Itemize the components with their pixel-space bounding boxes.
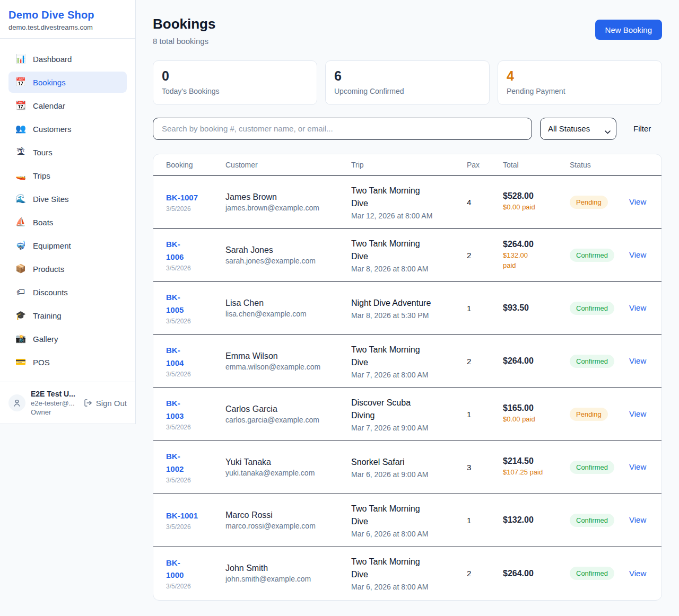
sidebar-item-boats[interactable]: ⛵Boats	[8, 212, 127, 233]
table-header-row: Booking Customer Trip Pax Total Status	[153, 154, 661, 176]
stat-label: Today's Bookings	[162, 87, 308, 95]
status-cell: Confirmed	[570, 249, 629, 262]
customer-email: yuki.tanaka@example.com	[225, 469, 351, 477]
booking-id-link[interactable]: BK- 1002	[166, 450, 184, 475]
trip-name: Two Tank Morning Dive	[351, 503, 467, 528]
pax-value: 1	[467, 410, 503, 419]
trip-cell: Two Tank Morning Dive Mar 8, 2026 at 8:0…	[351, 237, 467, 273]
sidebar-item-dive-sites[interactable]: 🌊Dive Sites	[8, 188, 127, 209]
customer-cell: Carlos Garcia carlos.garcia@example.com	[225, 404, 351, 424]
status-select-wrap: All Statuses	[540, 118, 616, 140]
total-amount: $264.00	[503, 240, 570, 249]
status-select[interactable]: All Statuses	[540, 118, 616, 140]
trip-cell: Snorkel Safari Mar 6, 2026 at 9:00 AM	[351, 456, 467, 479]
user-icon	[13, 399, 21, 407]
discounts-icon: 🏷	[15, 288, 26, 296]
sidebar-item-pos[interactable]: 💳POS	[8, 351, 127, 373]
brand: Demo Dive Shop demo.test.divestreams.com	[0, 0, 135, 39]
filter-button[interactable]: Filter	[633, 124, 651, 133]
booking-id-link[interactable]: BK- 1004	[166, 344, 184, 369]
booking-id-link[interactable]: BK- 1000	[166, 557, 184, 582]
booking-date: 3/5/2026	[166, 318, 225, 325]
booking-date: 3/5/2026	[166, 477, 225, 484]
customer-email: john.smith@example.com	[225, 575, 351, 583]
customer-name: James Brown	[225, 192, 351, 202]
view-link[interactable]: View	[629, 409, 646, 418]
sidebar-item-dashboard[interactable]: 📊Dashboard	[8, 48, 127, 69]
table-row: BK- 1006 3/5/2026 Sarah Jones sarah.jone…	[153, 229, 661, 282]
total-amount: $132.00	[503, 515, 570, 525]
booking-cell: BK- 1000 3/5/2026	[166, 557, 225, 591]
view-link[interactable]: View	[629, 197, 646, 206]
view-link[interactable]: View	[629, 250, 646, 259]
total-cell: $132.00	[503, 515, 570, 525]
sidebar-item-bookings[interactable]: 📅Bookings	[8, 72, 127, 93]
brand-name[interactable]: Demo Dive Shop	[8, 9, 127, 21]
view-link[interactable]: View	[629, 569, 646, 578]
sign-out-button[interactable]: Sign Out	[84, 399, 127, 408]
total-cell: $165.00 $0.00 paid	[503, 403, 570, 425]
sidebar-item-calendar[interactable]: 📆Calendar	[8, 95, 127, 116]
sidebar-item-training[interactable]: 🎓Training	[8, 305, 127, 326]
sidebar-item-equipment[interactable]: 🤿Equipment	[8, 235, 127, 256]
sidebar-item-tours[interactable]: 🏝Tours	[8, 142, 127, 163]
paid-amount: $132.00 paid	[503, 251, 570, 271]
customer-name: Sarah Jones	[225, 245, 351, 255]
trip-datetime: Mar 7, 2026 at 8:00 AM	[351, 371, 467, 379]
gallery-icon: 📸	[15, 335, 26, 343]
view-link[interactable]: View	[629, 303, 646, 312]
stat-label: Pending Payment	[507, 87, 653, 95]
status-badge: Confirmed	[570, 249, 614, 262]
sidebar-item-products[interactable]: 📦Products	[8, 258, 127, 279]
sidebar-item-customers[interactable]: 👥Customers	[8, 118, 127, 139]
status-cell: Confirmed	[570, 355, 629, 368]
view-link[interactable]: View	[629, 515, 646, 524]
trips-icon: 🚤	[15, 171, 26, 180]
trip-cell: Night Dive Adventure Mar 8, 2026 at 5:30…	[351, 297, 467, 320]
column-header-status: Status	[570, 161, 629, 169]
total-amount: $165.00	[503, 403, 570, 413]
trip-datetime: Mar 6, 2026 at 9:00 AM	[351, 470, 467, 479]
customer-email: marco.rossi@example.com	[225, 522, 351, 530]
booking-id-link[interactable]: BK- 1005	[166, 291, 184, 316]
sidebar-item-label: Dashboard	[33, 55, 72, 64]
sidebar-item-label: Customers	[33, 125, 72, 134]
new-booking-button[interactable]: New Booking	[595, 20, 662, 40]
products-icon: 📦	[15, 265, 26, 273]
booking-id-link[interactable]: BK-1001	[166, 509, 198, 522]
total-cell: $264.00	[503, 356, 570, 366]
booking-cell: BK- 1003 3/5/2026	[166, 397, 225, 431]
customer-cell: John Smith john.smith@example.com	[225, 564, 351, 583]
status-cell: Confirmed	[570, 514, 629, 527]
bookings-table: Booking Customer Trip Pax Total Status B…	[153, 154, 662, 601]
equipment-icon: 🤿	[15, 241, 26, 250]
booking-cell: BK- 1006 3/5/2026	[166, 238, 225, 272]
view-link[interactable]: View	[629, 356, 646, 365]
total-cell: $264.00 $132.00 paid	[503, 240, 570, 271]
status-badge: Confirmed	[570, 461, 614, 474]
sidebar-item-gallery[interactable]: 📸Gallery	[8, 328, 127, 349]
sidebar-item-discounts[interactable]: 🏷Discounts	[8, 281, 127, 303]
total-amount: $214.50	[503, 456, 570, 466]
pax-value: 1	[467, 516, 503, 525]
trip-datetime: Mar 6, 2026 at 8:00 AM	[351, 530, 467, 538]
sidebar-item-trips[interactable]: 🚤Trips	[8, 165, 127, 186]
booking-id-link[interactable]: BK- 1006	[166, 238, 184, 263]
booking-cell: BK- 1004 3/5/2026	[166, 344, 225, 378]
booking-cell: BK- 1005 3/5/2026	[166, 291, 225, 325]
trip-name: Two Tank Morning Dive	[351, 184, 467, 210]
booking-date: 3/5/2026	[166, 265, 225, 272]
customers-icon: 👥	[15, 125, 26, 133]
column-header-pax: Pax	[467, 161, 503, 169]
booking-id-link[interactable]: BK- 1003	[166, 397, 184, 422]
table-row: BK-1007 3/5/2026 James Brown james.brown…	[153, 176, 661, 229]
search-input[interactable]	[153, 118, 532, 140]
sidebar-item-label: Boats	[33, 218, 53, 227]
sidebar: Demo Dive Shop demo.test.divestreams.com…	[0, 0, 136, 424]
booking-id-link[interactable]: BK-1007	[166, 191, 198, 204]
status-cell: Confirmed	[570, 567, 629, 580]
main-content: Bookings 8 total bookings New Booking 0 …	[136, 0, 679, 601]
stat-card-upcoming-confirmed: 6 Upcoming Confirmed	[325, 60, 490, 105]
paid-amount: $107.25 paid	[503, 468, 570, 478]
view-link[interactable]: View	[629, 462, 646, 471]
